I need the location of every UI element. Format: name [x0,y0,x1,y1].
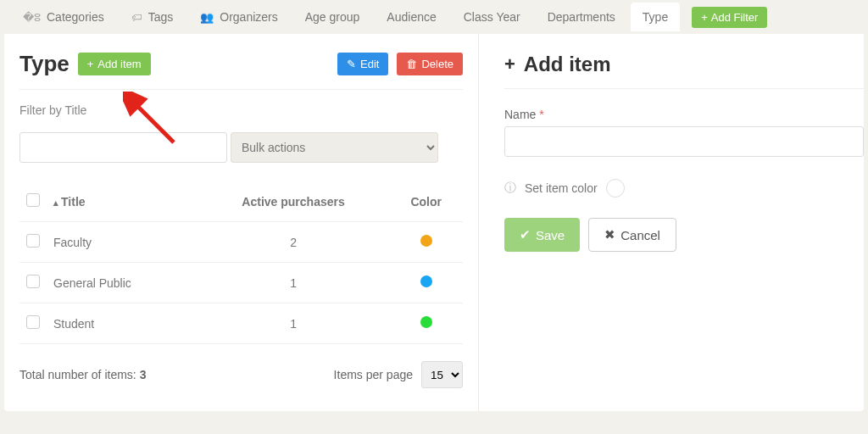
tab-categories[interactable]: �ⵓ Categories [11,3,116,31]
tab-label: Class Year [464,10,520,24]
delete-button[interactable]: 🗑 Delete [397,53,463,75]
row-active: 1 [198,303,390,344]
row-checkbox[interactable] [26,315,40,329]
color-dot [420,235,432,247]
sitemap-icon: �ⵓ [23,11,41,24]
tab-class-year[interactable]: Class Year [452,3,532,31]
add-filter-button[interactable]: + Add Filter [692,7,767,28]
plus-icon: + [701,11,708,24]
edit-button[interactable]: ✎ Edit [337,53,388,75]
tab-audience[interactable]: Audience [375,3,448,31]
tab-tags[interactable]: 🏷 Tags [120,3,186,31]
set-item-color-label: Set item color [525,181,598,195]
plus-icon: + [504,53,515,75]
total-count: Total number of items: 3 [19,368,146,381]
tab-label: Tags [148,10,174,24]
bulk-actions-select[interactable]: Bulk actions [231,132,438,163]
items-per-page-label: Items per page [334,368,413,381]
button-label: Edit [360,58,379,70]
add-item-button[interactable]: + Add item [78,53,151,75]
tab-organizers[interactable]: 👥 Organizers [188,3,289,31]
sort-asc-icon: ▴ [53,198,61,208]
required-mark: * [539,108,543,121]
trash-icon: 🗑 [406,58,417,70]
add-item-heading: + Add item [504,53,864,89]
name-input[interactable] [504,126,864,157]
tab-departments[interactable]: Departments [536,3,627,31]
table-row: General Public 1 [19,263,463,303]
tab-label: Categories [47,10,104,24]
row-checkbox[interactable] [26,275,40,288]
tab-label: Audience [387,10,436,24]
tab-type[interactable]: Type [631,3,680,31]
items-per-page-select[interactable]: 15 [421,361,463,388]
button-label: Cancel [620,228,660,242]
table-row: Student 1 [19,303,463,344]
color-dot [420,316,432,328]
row-checkbox[interactable] [26,234,40,248]
filter-title-input[interactable] [19,132,227,163]
pencil-icon: ✎ [347,58,356,70]
table-row: Faculty 2 [19,222,463,263]
tags-icon: 🏷 [131,11,142,24]
tab-label: Type [643,10,668,24]
tab-age-group[interactable]: Age group [293,3,372,31]
column-title[interactable]: ▴ Title [47,181,198,222]
filter-by-title-label: Filter by Title [19,103,463,117]
cancel-button[interactable]: ✖ Cancel [588,218,676,252]
row-active: 2 [198,222,390,263]
info-icon: ⓘ [504,181,516,196]
tab-label: Departments [548,10,615,24]
save-button[interactable]: ✔ Save [504,218,580,252]
button-label: Add Filter [711,11,759,24]
column-active[interactable]: Active purchasers [198,181,390,222]
column-color[interactable]: Color [389,181,463,222]
users-icon: 👥 [200,11,214,24]
page-title: Type [19,51,70,77]
color-dot [420,275,432,287]
button-label: Delete [421,58,453,70]
button-label: Add item [97,58,141,70]
row-title[interactable]: Faculty [47,222,198,263]
row-active: 1 [198,263,390,303]
close-icon: ✖ [604,227,615,242]
tab-label: Organizers [220,10,277,24]
row-title[interactable]: General Public [47,263,198,303]
name-field-label: Name * [504,108,864,121]
tab-label: Age group [305,10,360,24]
row-title[interactable]: Student [47,303,198,344]
tabs-bar: �ⵓ Categories 🏷 Tags 👥 Organizers Age gr… [4,0,864,34]
button-label: Save [536,228,565,242]
item-color-swatch[interactable] [606,179,625,198]
plus-icon: + [87,58,94,70]
select-all-checkbox[interactable] [26,193,40,207]
items-table: ▴ Title Active purchasers Color Faculty … [19,181,463,344]
check-icon: ✔ [520,227,531,242]
